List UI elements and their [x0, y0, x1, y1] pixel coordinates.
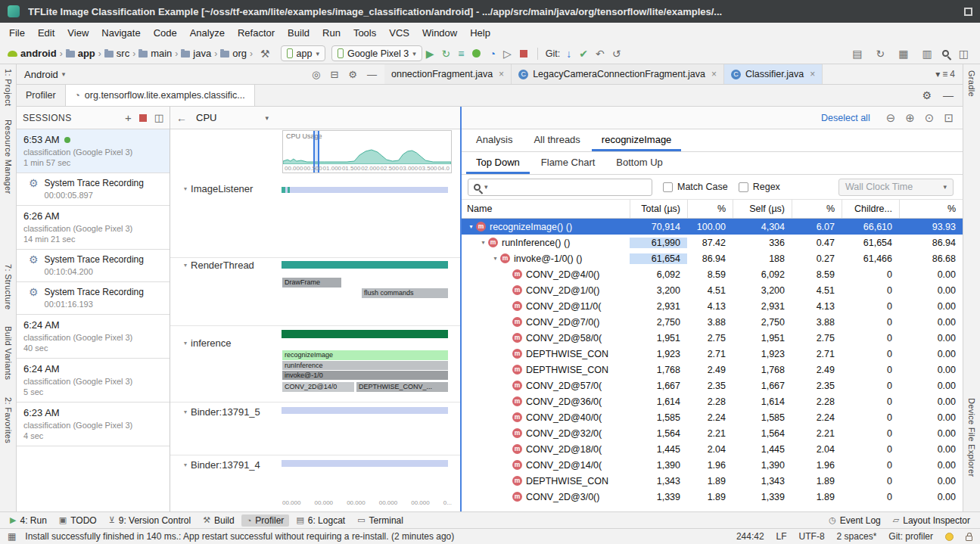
table-row[interactable]: ▾ m CONV_2D@32/0( 1,564 2.21 1,564 2.21 …: [462, 425, 963, 441]
debug-icon[interactable]: [472, 49, 481, 58]
file-encoding[interactable]: UTF-8: [799, 531, 825, 542]
editor-tab-active[interactable]: CClassifier.java×: [724, 64, 823, 84]
tool-window-button[interactable]: ⊻ 9: Version Control: [104, 514, 196, 527]
tool-window-button[interactable]: ◷ Event Log: [823, 514, 886, 527]
analysis-tab[interactable]: Analysis: [466, 129, 522, 151]
thread-label[interactable]: ▾ImageListener: [184, 183, 253, 194]
indent-style[interactable]: 2 spaces*: [837, 531, 877, 542]
table-row[interactable]: ▾ m CONV_2D@58/0( 1,951 2.75 1,951 2.75 …: [462, 330, 963, 346]
table-row[interactable]: ▾ m CONV_2D@36/0( 1,614 2.28 1,614 2.28 …: [462, 393, 963, 409]
regex-checkbox[interactable]: [739, 182, 748, 192]
trace-span[interactable]: DrawFrame: [282, 278, 341, 288]
tool-window-button[interactable]: ◔ Profiler: [241, 514, 290, 527]
line-separator[interactable]: LF: [776, 531, 787, 542]
stripe-button[interactable]: 1: Project: [4, 69, 13, 106]
breadcrumb-main[interactable]: main: [138, 48, 172, 59]
apply-code-changes-icon[interactable]: ≡: [458, 48, 464, 60]
search-everywhere-icon[interactable]: [942, 50, 949, 57]
column-header-total-pct[interactable]: %: [687, 200, 733, 218]
editor-tab[interactable]: onnectionFragment.java×: [384, 64, 512, 84]
trace-span[interactable]: invoke@-1/0: [282, 371, 448, 380]
table-row[interactable]: ▾ m CONV_2D@3/0() 1,339 1.89 1,339 1.89 …: [462, 489, 963, 505]
trace-span[interactable]: CONV_2D@14/0: [282, 382, 354, 392]
close-icon[interactable]: ×: [810, 69, 815, 79]
stripe-button[interactable]: 2: Favorites: [4, 397, 13, 443]
breadcrumb-org[interactable]: org: [220, 48, 247, 59]
stripe-button[interactable]: Device File Explorer: [967, 398, 976, 477]
menu-item[interactable]: Analyze: [184, 25, 231, 41]
tool-window-button[interactable]: ▭ Terminal: [352, 514, 409, 527]
session-recording[interactable]: ⚙ System Trace Recording 00:10:04.200: [17, 250, 170, 282]
column-header-name[interactable]: Name: [462, 200, 630, 218]
apply-changes-icon[interactable]: ↻: [442, 48, 451, 60]
build-hammer-icon[interactable]: ⚒: [260, 48, 270, 60]
locate-file-icon[interactable]: ◎: [312, 69, 320, 80]
caret-position[interactable]: 244:42: [736, 531, 764, 542]
table-row[interactable]: ▾ m CONV_2D@4/0() 6,092 8.59 6,092 8.59 …: [462, 266, 963, 282]
menu-item[interactable]: VCS: [383, 25, 415, 41]
profile-icon[interactable]: ◔: [489, 48, 495, 60]
menu-item[interactable]: Tools: [347, 25, 382, 41]
minimize-icon[interactable]: —: [943, 89, 954, 101]
run-config-selector[interactable]: app▾: [281, 45, 325, 61]
git-branch[interactable]: Git: profiler: [888, 531, 933, 542]
column-header-self-pct[interactable]: %: [792, 200, 842, 218]
menu-item[interactable]: Window: [416, 25, 463, 41]
collapse-panel-icon[interactable]: ◫: [154, 112, 163, 123]
menu-item[interactable]: File: [3, 25, 31, 41]
tab-profiler[interactable]: Profiler: [17, 85, 65, 106]
table-row[interactable]: ▾ m DEPTHWISE_CON 1,343 1.89 1,343 1.89 …: [462, 473, 963, 489]
table-row[interactable]: ▾ m CONV_2D@7/0() 2,750 3.88 2,750 3.88 …: [462, 314, 963, 330]
table-row[interactable]: ▾ m CONV_2D@14/0( 1,390 1.96 1,390 1.96 …: [462, 457, 963, 473]
device-selector[interactable]: Google Pixel 3▾: [331, 45, 422, 61]
menu-item[interactable]: Run: [316, 25, 347, 41]
column-header-self[interactable]: Self (µs): [733, 200, 792, 218]
session-item[interactable]: 6:24 AM classification (Google Pixel 3) …: [17, 315, 170, 359]
thread-label[interactable]: ▾Binder:13791_4: [184, 459, 260, 471]
session-item[interactable]: 6:53 AM classification (Google Pixel 3) …: [17, 129, 170, 173]
commit-icon[interactable]: ✔: [579, 48, 588, 60]
clock-mode-select[interactable]: Wall Clock Time ▾: [838, 179, 954, 196]
history-icon[interactable]: ↺: [612, 48, 621, 60]
reset-zoom-icon[interactable]: ⊙: [925, 111, 935, 125]
session-item[interactable]: 6:26 AM classification (Google Pixel 3) …: [17, 206, 170, 250]
thread-label[interactable]: ▾Binder:13791_5: [184, 406, 260, 418]
thread-label[interactable]: ▾inference: [184, 337, 232, 349]
thread-state-bar[interactable]: [282, 261, 448, 269]
table-row[interactable]: ▾ m CONV_2D@1/0() 3,200 4.51 3,200 4.51 …: [462, 282, 963, 298]
menu-item[interactable]: View: [61, 25, 95, 41]
stop-session-icon[interactable]: [139, 114, 147, 122]
tool-window-switcher-icon[interactable]: ▦: [8, 531, 16, 542]
analysis-subtab[interactable]: Top Down: [466, 152, 530, 174]
project-view-selector[interactable]: Android: [24, 69, 58, 80]
analysis-subtab[interactable]: Flame Chart: [531, 152, 605, 174]
thread-state-bar[interactable]: [282, 330, 448, 338]
cpu-usage-chart[interactable]: CPU Usage 00.00000.50001.00001.50002.000…: [282, 130, 452, 173]
zoom-out-icon[interactable]: ⊖: [886, 111, 896, 125]
tab-profiler-session[interactable]: ◔org.tensorflow.lite.examples.classific.…: [65, 85, 255, 106]
thread-label[interactable]: ▾RenderThread: [184, 260, 254, 271]
profiler-type-selector[interactable]: CPU ▾: [196, 112, 269, 123]
expand-arrow-icon[interactable]: ▾: [490, 255, 500, 262]
table-row[interactable]: ▾ m CONV_2D@11/0( 2,931 4.13 2,931 4.13 …: [462, 298, 963, 314]
sdk-manager-icon[interactable]: ▦: [898, 48, 908, 60]
tool-window-button[interactable]: ▤ 6: Logcat: [291, 514, 350, 527]
table-row[interactable]: ▾ m runInference() () 61,990 87.42 336 0…: [462, 235, 963, 250]
attach-debugger-icon[interactable]: ▷: [503, 48, 512, 60]
editor-tab[interactable]: CLegacyCameraConnectionFragment.java×: [512, 64, 724, 84]
hidden-tabs-dropdown[interactable]: ▾ ≡ 4: [935, 64, 963, 84]
profile-apk-icon[interactable]: ◫: [959, 48, 969, 60]
expand-arrow-icon[interactable]: ▾: [478, 239, 488, 246]
column-header-children-pct[interactable]: %: [899, 200, 963, 218]
avd-manager-icon[interactable]: ▥: [922, 48, 932, 60]
menu-item[interactable]: Navigate: [95, 25, 146, 41]
collapse-all-icon[interactable]: ⊟: [330, 69, 338, 80]
stripe-button[interactable]: Build Variants: [4, 326, 13, 380]
lock-icon[interactable]: [966, 536, 972, 541]
breadcrumb-java[interactable]: java: [181, 48, 211, 59]
settings-icon[interactable]: ⚙: [922, 89, 932, 101]
stripe-button[interactable]: Resource Manager: [4, 120, 13, 194]
update-project-icon[interactable]: ↓: [566, 48, 571, 60]
close-icon[interactable]: ×: [499, 69, 504, 79]
deselect-all-link[interactable]: Deselect all: [821, 113, 870, 123]
